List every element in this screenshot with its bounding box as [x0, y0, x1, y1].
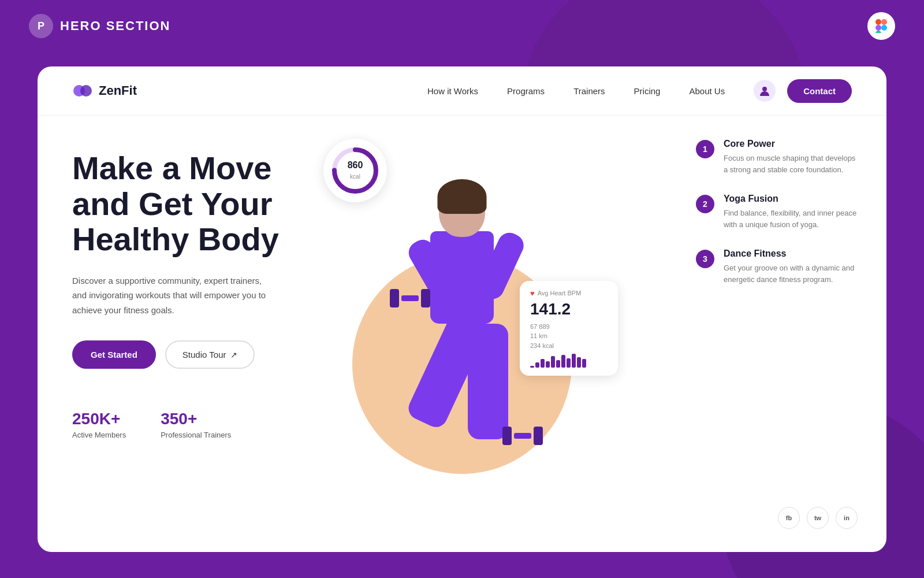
- arrow-icon: ↗: [230, 350, 237, 360]
- svg-rect-0: [875, 19, 881, 25]
- hero-section-title: HERO SECTION: [60, 18, 170, 34]
- svg-point-7: [762, 87, 767, 91]
- feature-number-3: 3: [696, 250, 714, 268]
- stat-members-number: 250K+: [72, 403, 126, 429]
- social-twitter[interactable]: tw: [807, 507, 829, 529]
- bar: [561, 355, 565, 368]
- person-right-leg: [468, 324, 508, 439]
- feature-number-1: 1: [696, 140, 714, 158]
- svg-rect-2: [875, 25, 881, 31]
- nav-pricing[interactable]: Pricing: [634, 86, 661, 96]
- dumbbell-right: [502, 427, 543, 445]
- feature-title-1: Core Power: [724, 139, 858, 149]
- nav-links: How it Works Programs Trainers Pricing A…: [427, 86, 725, 96]
- dumbbell-left: [390, 289, 430, 307]
- bar: [582, 359, 586, 368]
- stat-active-members: 250K+ Active Members: [72, 403, 126, 439]
- brand-logo-icon: [72, 80, 93, 101]
- stat-trainers-label: Professional Trainers: [161, 431, 231, 439]
- social-facebook[interactable]: fb: [778, 507, 800, 529]
- brand: ZenFit: [72, 80, 137, 101]
- feature-desc-1: Focus on muscle shaping that develops a …: [724, 153, 858, 175]
- nav-trainers[interactable]: Trainers: [573, 86, 605, 96]
- bar: [535, 362, 539, 368]
- features-list: 1 Core Power Focus on muscle shaping tha…: [696, 139, 858, 303]
- calorie-value: 860: [348, 160, 363, 171]
- hero-center: 860 kcal ♥ Avg Heart BPM 141.2 67 889 11…: [323, 104, 601, 497]
- top-bar-logo: P HERO SECTION: [29, 14, 170, 38]
- feature-2: 2 Yoga Fusion Find balance, flexibility,…: [696, 194, 858, 230]
- hero-heading: Make a Move and Get Your Healthy Body: [72, 150, 315, 257]
- calorie-unit: kcal: [350, 173, 360, 180]
- svg-point-6: [80, 85, 92, 97]
- heart-rate-widget: ♥ Avg Heart BPM 141.2 67 889 11 km 234 k…: [520, 281, 618, 376]
- bar: [551, 356, 555, 368]
- feature-1: 1 Core Power Focus on muscle shaping tha…: [696, 139, 858, 175]
- stat-trainers-number: 350+: [161, 403, 231, 429]
- stat-trainers: 350+ Professional Trainers: [161, 403, 231, 439]
- studio-tour-button[interactable]: Studio Tour ↗: [165, 340, 255, 369]
- bar: [567, 358, 571, 368]
- bar: [530, 366, 534, 368]
- feature-title-2: Yoga Fusion: [724, 194, 858, 204]
- feature-desc-3: Get your groove on with a dynamic and en…: [724, 262, 858, 285]
- figma-button[interactable]: [867, 12, 895, 40]
- heart-label: ♥ Avg Heart BPM: [530, 289, 608, 298]
- hero-subtext: Discover a supportive community, expert …: [72, 273, 269, 318]
- social-linkedin[interactable]: in: [836, 507, 858, 529]
- nav-how-it-works[interactable]: How it Works: [427, 86, 478, 96]
- bar: [556, 360, 560, 368]
- nav-about-us[interactable]: About Us: [689, 86, 725, 96]
- svg-rect-3: [875, 31, 881, 33]
- hero-buttons: Get Started Studio Tour ↗: [72, 340, 315, 369]
- bar: [577, 357, 581, 368]
- feature-title-3: Dance Fitness: [724, 249, 858, 259]
- hero-section-icon: P: [29, 14, 53, 38]
- calorie-ring: 860 kcal: [329, 144, 381, 197]
- navbar-actions: Contact: [754, 79, 852, 103]
- svg-rect-1: [881, 19, 887, 25]
- top-bar: P HERO SECTION: [0, 0, 924, 52]
- heart-value: 141.2: [530, 300, 608, 318]
- feature-number-2: 2: [696, 195, 714, 213]
- heart-stats: 67 889 11 km 234 kcal: [530, 322, 608, 351]
- social-icons: fb tw in: [778, 507, 858, 529]
- svg-point-4: [881, 25, 887, 31]
- stat-members-label: Active Members: [72, 431, 126, 439]
- bar-chart: [530, 354, 608, 368]
- user-avatar-icon[interactable]: [754, 80, 776, 102]
- figma-icon: [874, 19, 888, 33]
- person-hair: [438, 179, 487, 214]
- bar: [541, 359, 545, 368]
- hero-section: Make a Move and Get Your Healthy Body Di…: [38, 116, 886, 552]
- calorie-widget: 860 kcal: [323, 139, 387, 202]
- feature-desc-2: Find balance, flexibility, and inner pea…: [724, 208, 858, 230]
- feature-3: 3 Dance Fitness Get your groove on with …: [696, 249, 858, 285]
- nav-programs[interactable]: Programs: [507, 86, 545, 96]
- main-card: ZenFit How it Works Programs Trainers Pr…: [38, 66, 886, 552]
- stats-row: 250K+ Active Members 350+ Professional T…: [72, 403, 315, 439]
- heart-icon: ♥: [530, 289, 535, 298]
- bar: [546, 361, 550, 368]
- hero-left: Make a Move and Get Your Healthy Body Di…: [72, 150, 315, 439]
- brand-name: ZenFit: [99, 83, 137, 98]
- get-started-button[interactable]: Get Started: [72, 340, 156, 369]
- bar: [572, 354, 576, 368]
- contact-button[interactable]: Contact: [787, 79, 852, 103]
